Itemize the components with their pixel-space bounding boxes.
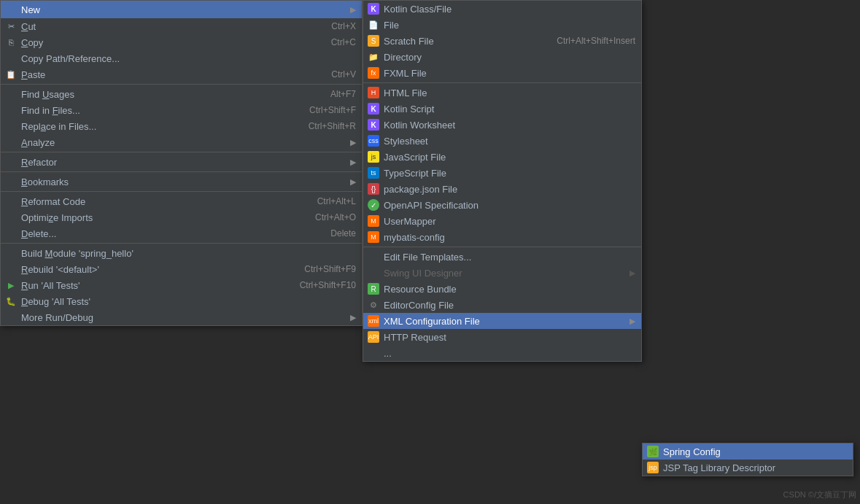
more-run-item[interactable]: More Run/Debug ▶ <box>1 309 362 325</box>
fxml-item[interactable]: fx FXML File <box>363 65 641 81</box>
openapi-item[interactable]: ✓ OpenAPI Specification <box>363 197 641 213</box>
mybatis-item[interactable]: M mybatis-config <box>363 229 641 245</box>
run-tests-item[interactable]: ▶ Run 'All Tests' Ctrl+Shift+F10 <box>1 277 362 293</box>
package-json-label: package.json File <box>384 184 635 195</box>
refactor-item[interactable]: Refactor ▶ <box>1 154 362 170</box>
optimize-imports-label: Optimize Imports <box>21 212 296 223</box>
xml-arrow: ▶ <box>629 317 635 326</box>
separator-3 <box>1 171 362 172</box>
copy-path-label: Copy Path/Reference... <box>21 53 356 64</box>
build-module-label: Build Module 'spring_hello' <box>21 248 356 259</box>
editorconfig-item[interactable]: ⚙ EditorConfig File <box>363 297 641 313</box>
replace-in-files-shortcut: Ctrl+Shift+R <box>309 121 356 131</box>
package-json-item[interactable]: {} package.json File <box>363 181 641 197</box>
optimize-imports-item[interactable]: Optimize Imports Ctrl+Alt+O <box>1 209 362 225</box>
cut-item[interactable]: ✂ Cut Ctrl+X <box>1 18 362 34</box>
resource-bundle-label: Resource Bundle <box>384 284 635 295</box>
html-label: HTML File <box>384 88 635 98</box>
javascript-label: JavaScript File <box>384 152 635 163</box>
directory-item[interactable]: 📁 Directory <box>363 49 641 65</box>
debug-tests-item[interactable]: 🐛 Debug 'All Tests' <box>1 293 362 309</box>
delete-item[interactable]: Delete... Delete <box>1 225 362 241</box>
kotlin-class-item[interactable]: K Kotlin Class/File <box>363 1 641 17</box>
jsp-tag-label: JSP Tag Library Descriptor <box>663 462 847 473</box>
replace-in-files-item[interactable]: Replace in Files... Ctrl+Shift+R <box>1 118 362 134</box>
find-in-files-item[interactable]: Find in Files... Ctrl+Shift+F <box>1 102 362 118</box>
jsp-tag-item[interactable]: jsp JSP Tag Library Descriptor <box>643 460 853 476</box>
find-in-files-label: Find in Files... <box>21 105 290 116</box>
http-request-item[interactable]: API HTTP Request <box>363 329 641 345</box>
menu-new-header[interactable]: New ▶ <box>1 1 362 18</box>
refactor-arrow: ▶ <box>350 158 356 167</box>
scratch-file-item[interactable]: S Scratch File Ctrl+Alt+Shift+Insert <box>363 33 641 49</box>
analyze-label: Analyze <box>21 137 340 148</box>
swing-icon <box>368 267 379 279</box>
http-icon: API <box>368 331 379 343</box>
file-icon: 📄 <box>368 19 379 31</box>
cut-label: Cut <box>21 21 312 32</box>
optimize-icon <box>5 212 17 223</box>
more-item[interactable]: ... <box>363 345 641 361</box>
primary-context-menu: New ▶ ✂ Cut Ctrl+X ⎘ Copy Ctrl+C Copy Pa… <box>0 0 363 326</box>
directory-label: Directory <box>384 52 635 63</box>
mapper-icon: M <box>368 215 379 227</box>
copy-item[interactable]: ⎘ Copy Ctrl+C <box>1 34 362 50</box>
openapi-label: OpenAPI Specification <box>384 200 635 211</box>
find-in-files-shortcut: Ctrl+Shift+F <box>309 105 356 115</box>
find-files-icon <box>5 104 17 116</box>
resource-bundle-item[interactable]: R Resource Bundle <box>363 281 641 297</box>
replace-icon <box>5 120 17 132</box>
watermark: CSDN ©/文摘豆丁网 <box>783 489 856 500</box>
swing-ui-label: Swing UI Designer <box>384 268 619 279</box>
cut-shortcut: Ctrl+X <box>331 21 356 31</box>
copy-path-item[interactable]: Copy Path/Reference... <box>1 50 362 66</box>
bookmarks-item[interactable]: Bookmarks ▶ <box>1 174 362 190</box>
reformat-code-item[interactable]: Reformat Code Ctrl+Alt+L <box>1 193 362 209</box>
copy-shortcut: Ctrl+C <box>331 37 356 47</box>
kotlin-worksheet-item[interactable]: K Kotlin Worksheet <box>363 117 641 133</box>
mybatis-icon: M <box>368 231 379 243</box>
find-usages-icon <box>5 88 17 100</box>
cut-icon: ✂ <box>5 20 17 32</box>
file-label: File <box>384 20 635 31</box>
bookmarks-label: Bookmarks <box>21 177 340 187</box>
spring-config-item[interactable]: 🌿 Spring Config <box>643 443 853 460</box>
paste-icon: 📋 <box>5 69 17 80</box>
refactor-label: Refactor <box>21 157 340 168</box>
edit-templates-label: Edit File Templates... <box>384 252 635 263</box>
replace-in-files-label: Replace in Files... <box>21 121 290 132</box>
find-usages-item[interactable]: Find Usages Alt+F7 <box>1 86 362 102</box>
analyze-item[interactable]: Analyze ▶ <box>1 134 362 150</box>
rebuild-icon <box>5 263 17 275</box>
secondary-submenu: K Kotlin Class/File 📄 File S Scratch Fil… <box>363 0 642 362</box>
paste-item[interactable]: 📋 Paste Ctrl+V <box>1 66 362 82</box>
edit-templates-item[interactable]: Edit File Templates... <box>363 249 641 265</box>
kotlin-script-item[interactable]: K Kotlin Script <box>363 101 641 117</box>
kotlin-script-label: Kotlin Script <box>384 104 635 115</box>
stylesheet-item[interactable]: css Stylesheet <box>363 133 641 149</box>
separator-2 <box>1 152 362 152</box>
xml-icon: xml <box>368 315 379 327</box>
openapi-icon: ✓ <box>368 199 379 211</box>
directory-icon: 📁 <box>368 51 379 63</box>
typescript-label: TypeScript File <box>384 168 635 179</box>
xml-config-item[interactable]: xml XML Configuration File ▶ <box>363 313 641 329</box>
html-icon: H <box>368 87 379 98</box>
spring-icon: 🌿 <box>647 446 659 457</box>
scratch-icon: S <box>368 35 379 47</box>
delete-label: Delete... <box>21 228 311 239</box>
ktw-icon: K <box>368 119 379 131</box>
spring-config-label: Spring Config <box>663 446 847 457</box>
js-icon: js <box>368 151 379 163</box>
typescript-item[interactable]: ts TypeScript File <box>363 165 641 181</box>
delete-icon <box>5 228 17 239</box>
file-item[interactable]: 📄 File <box>363 17 641 33</box>
html-item[interactable]: H HTML File <box>363 85 641 101</box>
rebuild-label: Rebuild '<default>' <box>21 264 285 275</box>
kotlin-class-label: Kotlin Class/File <box>384 4 635 15</box>
usermapper-item[interactable]: M UserMapper <box>363 213 641 229</box>
javascript-item[interactable]: js JavaScript File <box>363 149 641 165</box>
build-module-item[interactable]: Build Module 'spring_hello' <box>1 245 362 261</box>
rebuild-item[interactable]: Rebuild '<default>' Ctrl+Shift+F9 <box>1 261 362 277</box>
debug-icon: 🐛 <box>5 295 17 307</box>
